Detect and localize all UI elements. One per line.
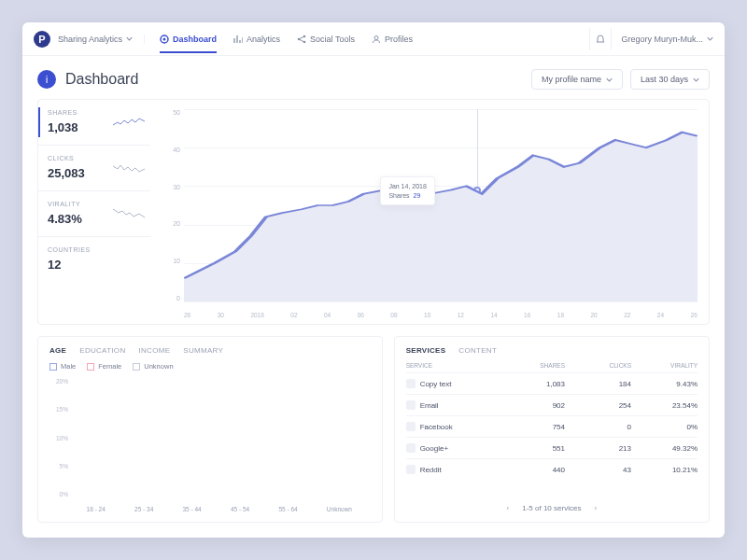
nav-tab-analytics[interactable]: Analytics <box>233 26 280 52</box>
x-tick: 18 <box>557 312 564 318</box>
serv-tab-content[interactable]: CONTENT <box>458 346 497 355</box>
chevron-down-icon <box>693 77 699 83</box>
y-tick: 50 <box>167 109 180 116</box>
stat-shares[interactable]: SHARES 1,038 <box>38 100 150 146</box>
y-tick: 5% <box>49 463 68 469</box>
service-row[interactable]: Email90225423.54% <box>406 394 698 415</box>
legend-male: Male <box>49 362 76 371</box>
service-row[interactable]: Facebook75400% <box>406 415 698 437</box>
y-tick: 30 <box>167 184 180 190</box>
x-tick: 06 <box>358 312 364 318</box>
stat-label: VIRALITY <box>48 201 141 207</box>
x-tick: 10 <box>424 312 430 318</box>
stat-strip: SHARES 1,038 CLICKS 25,083 VIRALITY 4.83… <box>38 100 150 324</box>
tooltip-date: Jan 14, 2018 <box>388 183 426 189</box>
chevron-down-icon <box>707 35 713 42</box>
service-name: Reddit <box>420 466 442 474</box>
stat-virality[interactable]: VIRALITY 4.83% <box>38 191 150 237</box>
cell-clicks: 254 <box>565 401 631 410</box>
notifications-button[interactable] <box>589 28 612 50</box>
shares-chart[interactable]: 50 40 30 20 10 0 Jan 14, 2018 <box>162 100 709 324</box>
date-range-label: Last 30 days <box>641 75 688 84</box>
services-table-head: SERVICE SHARES CLICKS VIRALITY <box>406 362 698 372</box>
y-tick: 20% <box>49 378 68 385</box>
app-switcher[interactable]: Sharing Analytics <box>58 35 145 44</box>
x-tick: 12 <box>458 312 464 318</box>
title-row: i Dashboard My profile name Last 30 days <box>22 56 725 99</box>
page-title: Dashboard <box>65 71 138 88</box>
service-row[interactable]: Copy text1,0831849.43% <box>406 372 698 394</box>
x-tick: 14 <box>490 312 497 318</box>
nav-tab-dashboard[interactable]: Dashboard <box>160 26 217 52</box>
cell-shares: 440 <box>499 466 565 474</box>
cell-clicks: 184 <box>565 380 631 388</box>
chart-x-axis: 2830201802040608101214161820222426 <box>184 312 698 318</box>
cell-virality: 10.21% <box>631 466 698 474</box>
x-tick: 2018 <box>250 312 263 318</box>
stat-value: 4.83% <box>48 212 82 226</box>
stat-label: COUNTRIES <box>48 246 141 253</box>
user-menu[interactable]: Gregory Muryn-Muk... <box>621 35 713 44</box>
user-name: Gregory Muryn-Muk... <box>621 35 703 44</box>
service-row[interactable]: Reddit4404310.21% <box>406 458 698 480</box>
main-content: SHARES 1,038 CLICKS 25,083 VIRALITY 4.83… <box>22 99 725 538</box>
x-tick: Unknown <box>327 506 352 512</box>
demographics-tabs: AGE EDUCATION INCOME SUMMARY <box>49 346 371 355</box>
service-name: Copy text <box>420 380 452 388</box>
chevron-down-icon <box>606 77 613 83</box>
demo-tab-age[interactable]: AGE <box>49 346 66 355</box>
sparkline-icon <box>113 207 145 220</box>
y-tick: 15% <box>49 406 68 413</box>
stat-label: SHARES <box>48 109 141 116</box>
chart-tooltip: Jan 14, 2018 Shares29 <box>380 176 434 205</box>
logo-icon: P <box>34 31 50 48</box>
x-tick: 18 - 24 <box>87 506 106 512</box>
stat-clicks[interactable]: CLICKS 25,083 <box>38 146 150 191</box>
bc-x-axis: 18 - 2425 - 3435 - 4445 - 5455 - 64Unkno… <box>72 506 367 512</box>
nav-tab-social[interactable]: Social Tools <box>297 26 355 52</box>
th: CLICKS <box>565 362 631 369</box>
x-tick: 20 <box>590 312 597 318</box>
x-tick: 26 <box>691 312 698 318</box>
demographics-legend: Male Female Unknown <box>49 362 371 371</box>
app-name: Sharing Analytics <box>58 35 122 44</box>
x-tick: 08 <box>390 312 397 318</box>
service-icon <box>406 422 416 431</box>
serv-tab-services[interactable]: SERVICES <box>406 346 446 355</box>
y-tick: 0 <box>167 295 180 301</box>
tooltip-label: Shares <box>388 192 409 199</box>
bell-icon <box>596 35 605 44</box>
legend-unknown: Unknown <box>133 362 173 371</box>
cell-clicks: 213 <box>565 444 631 453</box>
profile-selector[interactable]: My profile name <box>531 69 623 90</box>
x-tick: 16 <box>524 312 530 318</box>
bottom-row: AGE EDUCATION INCOME SUMMARY Male Female… <box>37 336 710 523</box>
demo-tab-education[interactable]: EDUCATION <box>79 346 125 355</box>
services-pager: ‹ 1-5 of 10 services › <box>406 498 698 512</box>
x-tick: 24 <box>657 312 664 318</box>
cell-virality: 0% <box>631 423 698 431</box>
x-tick: 25 - 34 <box>134 506 153 512</box>
nav-tabs: Dashboard Analytics Social Tools Profile… <box>160 26 413 52</box>
demographics-chart[interactable]: 20% 15% 10% 5% 0% 18 - 2425 - 3435 - 444… <box>49 378 371 512</box>
nav-label: Social Tools <box>310 35 355 44</box>
nav-label: Analytics <box>247 35 280 44</box>
service-row[interactable]: Google+55121349.32% <box>406 437 698 458</box>
cell-shares: 902 <box>499 401 565 410</box>
demographics-card: AGE EDUCATION INCOME SUMMARY Male Female… <box>37 336 383 523</box>
x-tick: 30 <box>218 312 224 318</box>
stat-countries[interactable]: COUNTRIES 12 <box>38 237 150 282</box>
app-window: P Sharing Analytics Dashboard Analytics … <box>22 22 725 538</box>
sparkline-icon <box>113 116 145 129</box>
stat-value: 12 <box>48 258 61 272</box>
pager-prev[interactable]: ‹ <box>507 504 510 512</box>
demo-tab-summary[interactable]: SUMMARY <box>183 346 223 355</box>
pager-next[interactable]: › <box>594 504 597 512</box>
tooltip-value: 29 <box>414 192 421 199</box>
cell-clicks: 0 <box>565 423 631 431</box>
nav-tab-profiles[interactable]: Profiles <box>372 26 413 52</box>
cell-virality: 9.43% <box>631 380 698 388</box>
date-range-selector[interactable]: Last 30 days <box>630 69 710 90</box>
share-icon <box>297 35 306 44</box>
demo-tab-income[interactable]: INCOME <box>138 346 170 355</box>
